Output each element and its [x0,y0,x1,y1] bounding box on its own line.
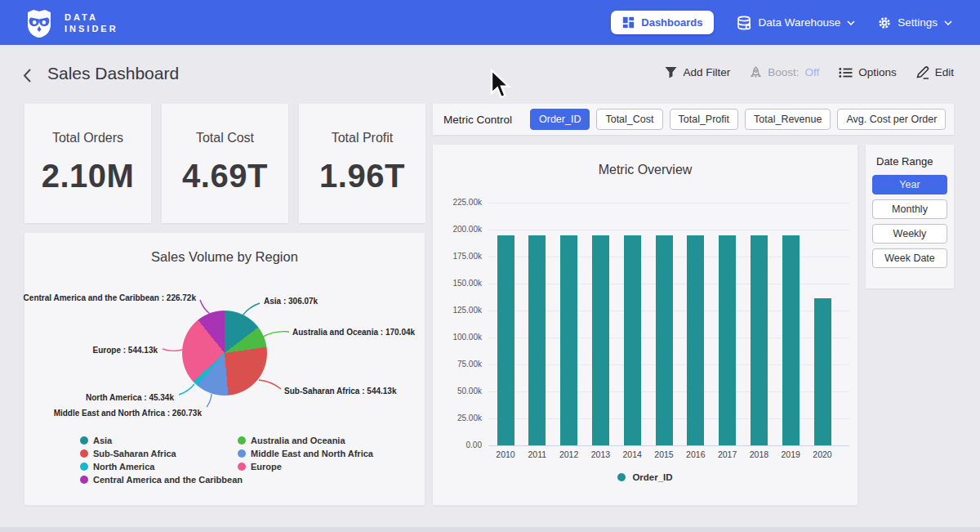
legend-label: North America [93,462,154,472]
bar-2015[interactable] [656,235,673,445]
sales-volume-panel: Sales Volume by Region Asia : 306.07kAus… [24,233,425,505]
dashboards-button[interactable]: Dashboards [611,11,714,34]
kpi-card-total-profit: Total Profit 1.96T [299,104,425,223]
bar-yaxis: 225.00k200.00k175.00k150.00k125.00k100.0… [433,203,482,445]
bar-2020[interactable] [814,298,831,445]
bar-legend[interactable]: Order_ID [433,472,858,482]
bar-2011[interactable] [528,235,546,445]
date-range-year-button[interactable]: Year [872,175,947,194]
edit-label: Edit [935,66,954,78]
legend-item-north-america[interactable]: North America [80,460,243,473]
options-button[interactable]: Options [839,66,897,79]
bar-2012[interactable] [560,235,577,445]
back-button[interactable] [22,68,33,86]
kpi-card-total-cost: Total Cost 4.69T [162,104,288,223]
legend-dot [238,449,246,458]
legend-dot [80,449,88,458]
legend-label: Europe [251,462,282,472]
metric-button-avg-cost-per-order[interactable]: Avg. Cost per Order [837,109,946,130]
header-actions: Add Filter Boost: Off Options Edit [665,65,954,79]
date-range-monthly-button[interactable]: Monthly [872,199,947,219]
y-tick: 125.00k [433,306,482,315]
y-tick: 75.00k [433,360,482,369]
edit-button[interactable]: Edit [916,65,954,79]
add-filter-button[interactable]: Add Filter [665,66,730,78]
gridline [488,203,849,203]
metric-button-total-revenue[interactable]: Total_Revenue [745,109,831,130]
legend-dot [238,436,246,445]
pie-label-2: Sub-Saharan Africa : 544.13k [284,387,396,396]
legend-item-sub-saharan-africa[interactable]: Sub-Saharan Africa [80,447,243,460]
owl-logo-icon [23,7,56,39]
pencil-icon [916,65,929,79]
bar-xaxis: 2010201120122013201420152016201720182019… [488,449,849,461]
brand-line1: DATA [65,11,118,23]
bar-2017[interactable] [719,235,736,445]
bar-2014[interactable] [624,235,641,445]
legend-dot [238,463,246,471]
legend-label-order-id: Order_ID [632,472,672,482]
boost-value: Off [804,66,819,78]
settings-menu[interactable]: Settings [878,16,952,29]
legend-dot [80,436,88,445]
bar-plot [488,203,849,445]
pie-chart[interactable] [182,311,267,396]
legend-item-asia[interactable]: Asia [80,434,243,447]
bar-2016[interactable] [687,235,704,445]
bar-2019[interactable] [782,235,800,445]
chevron-down-icon [944,20,952,25]
boost-toggle[interactable]: Boost: Off [750,66,819,79]
y-tick: 100.00k [433,333,482,342]
kpi-value: 4.69T [162,158,288,194]
y-tick: 200.00k [433,225,482,234]
metric-overview-panel: Metric Overview 225.00k200.00k175.00k150… [433,145,858,505]
metric-button-total-cost[interactable]: Total_Cost [596,109,662,130]
pie-label-3: Middle East and North Africa : 260.73k [54,409,202,418]
legend-item-central-america[interactable]: Central America and the Caribbean [80,473,243,486]
x-tick: 2015 [648,449,680,459]
bar-2010[interactable] [497,235,514,445]
bar-2013[interactable] [592,235,609,445]
legend-item-australia-oceania[interactable]: Australia and Oceania [238,434,373,447]
y-tick: 150.00k [433,279,482,288]
metric-button-order-id[interactable]: Order_ID [530,109,590,130]
legend-item-middle-east-north-africa[interactable]: Middle East and North Africa [238,447,373,460]
x-tick: 2017 [711,449,744,459]
kpi-label: Total Cost [162,131,288,145]
brand-line2: INSIDER [65,23,118,34]
bar-chart-title: Metric Overview [433,163,858,177]
metric-button-total-profit[interactable]: Total_Profit [670,109,739,130]
legend-label: Middle East and North Africa [251,449,373,458]
gridline [488,230,849,230]
brand-text: DATA INSIDER [65,11,118,34]
add-filter-label: Add Filter [683,66,730,78]
kpi-label: Total Orders [24,131,151,145]
kpi-card-total-orders: Total Orders 2.10M [24,104,151,223]
legend-label: Australia and Oceania [251,436,345,445]
x-tick: 2011 [521,449,554,459]
metric-control-label: Metric Control [443,114,512,126]
y-tick: 25.00k [433,414,482,422]
date-range-weekly-button[interactable]: Weekly [872,224,947,244]
pie-legend-col-1: Asia Sub-Saharan Africa North America Ce… [80,434,243,486]
bar-2018[interactable] [751,235,768,445]
x-tick: 2012 [553,449,586,459]
legend-label: Sub-Saharan Africa [93,449,176,458]
x-tick: 2014 [616,449,648,459]
kpi-value: 2.10M [24,158,151,194]
legend-item-europe[interactable]: Europe [238,460,373,473]
navbar-actions: Dashboards Data Warehouse Settings [611,11,980,34]
pie-label-4: North America : 45.34k [86,393,174,402]
filter-icon [665,66,677,78]
date-range-week-date-button[interactable]: Week Date [872,248,947,268]
dashboard-grid-icon [622,16,635,29]
bottom-strip [0,527,980,532]
legend-dot-order-id [617,473,626,481]
gear-icon [878,16,891,29]
pie-legend-col-2: Australia and Oceania Middle East and No… [238,434,373,473]
list-icon [839,66,853,79]
x-tick: 2020 [806,449,839,459]
legend-label: Asia [93,436,112,445]
data-warehouse-menu[interactable]: Data Warehouse [737,16,855,30]
x-tick: 2013 [584,449,617,459]
